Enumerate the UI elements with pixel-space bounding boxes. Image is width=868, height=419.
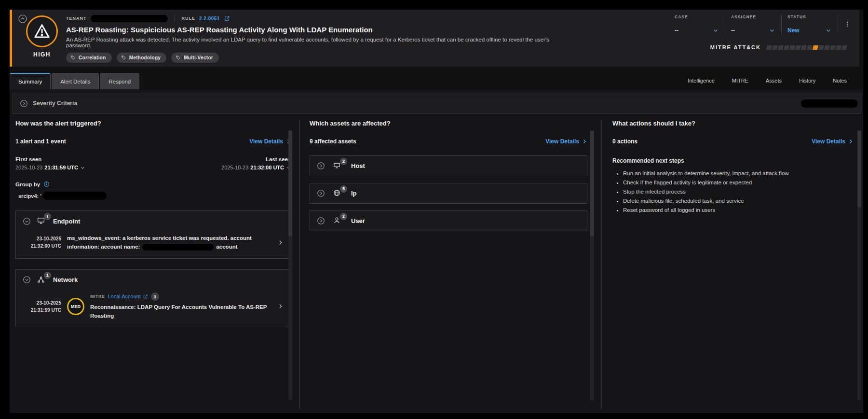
network-alert-name: Reconnaissance: LDAP Query For Accounts … — [90, 303, 271, 321]
triggered-column: How was the alert triggered? 1 alert and… — [15, 120, 291, 409]
mitre-attack-bar — [767, 45, 847, 50]
assignee-dropdown[interactable]: ASSIGNEE -- — [726, 14, 780, 35]
tag-label: Methodology — [129, 55, 161, 60]
first-seen-label: First seen — [15, 156, 85, 162]
tag-label: Multi-Vector — [184, 55, 213, 60]
actions-view-details-link[interactable]: View Details — [812, 138, 854, 145]
asset-row-ip[interactable]: 5 Ip — [310, 183, 587, 204]
external-link-icon — [143, 294, 148, 299]
step-item: Delete malicious file, scheduled task, a… — [623, 196, 854, 206]
severity-criteria-expander[interactable]: Severity Criteria — [13, 93, 861, 114]
first-seen-time: 21:31:59 UTC — [44, 165, 78, 170]
mitre-count-badge[interactable]: 3 — [151, 293, 159, 301]
rule-label: RULE — [182, 16, 196, 21]
tag-label: Correlation — [79, 55, 106, 60]
triggered-view-details-link[interactable]: View Details — [249, 138, 291, 145]
column-divider — [601, 120, 602, 409]
chevron-right-icon[interactable] — [276, 303, 284, 309]
tag-row: Correlation Methodology Multi-Vector — [66, 53, 572, 63]
actions-scrollbar[interactable] — [857, 130, 861, 401]
asset-row-user[interactable]: 2 User — [310, 210, 587, 231]
tab-alert-details[interactable]: Alert Details — [52, 73, 99, 89]
chevron-down-circle-icon[interactable] — [23, 217, 31, 225]
chevron-right-circle-icon[interactable] — [317, 217, 325, 225]
step-item: Run an initial analysis to determine sev… — [623, 169, 854, 178]
event-timestamp: 23-10-2025 21:31:59 UTC — [23, 299, 61, 314]
tab-intelligence[interactable]: Intelligence — [688, 78, 715, 84]
step-item: Stop the infected process — [623, 187, 854, 196]
group-by-key: srcipv4: ' — [18, 193, 41, 199]
severity-indicator: HIGH — [24, 15, 60, 58]
tab-history[interactable]: History — [799, 78, 815, 84]
divider — [175, 15, 175, 22]
page: HIGH TENANT RULE 2.2.0051 AS-REP Roastin… — [0, 0, 868, 419]
tag-correlation[interactable]: Correlation — [66, 53, 112, 63]
first-seen: First seen 2025-10-23 21:31:59 UTC — [15, 156, 85, 170]
event-message-text: account — [216, 244, 237, 250]
endpoint-event-row[interactable]: 23-10-2025 21:32:00 UTC ms_windows_event… — [23, 234, 284, 251]
chevron-down-icon — [80, 165, 85, 170]
triggered-scrollbar[interactable] — [288, 130, 292, 401]
view-details-label: View Details — [812, 138, 845, 145]
info-icon[interactable] — [43, 181, 50, 187]
last-seen-date: 2025-10-23 — [221, 165, 248, 170]
tag-methodology[interactable]: Methodology — [117, 53, 167, 63]
external-link-icon[interactable] — [224, 15, 230, 22]
assets-title: Which assets are affected? — [310, 120, 587, 127]
event-date: 23-10-2025 — [23, 299, 61, 307]
tab-assets[interactable]: Assets — [766, 78, 782, 84]
mitre-technique-link[interactable]: Local Account — [108, 293, 149, 299]
tab-respond[interactable]: Respond — [100, 73, 139, 89]
assignee-label: ASSIGNEE — [731, 14, 775, 19]
account-name-redacted — [142, 244, 214, 251]
recommended-steps-list: Run an initial analysis to determine sev… — [612, 169, 854, 215]
last-seen: Last seen 2025-10-23 21:32:00 UTC — [221, 156, 291, 170]
status-dropdown[interactable]: STATUS New — [783, 14, 837, 35]
first-seen-date: 2025-10-23 — [15, 165, 42, 170]
mitre-attack-label: MITRE ATT&CK — [710, 44, 761, 50]
side-tabs: Intelligence MITRE Assets History Notes — [688, 72, 847, 89]
view-details-label: View Details — [249, 138, 283, 145]
network-event-row[interactable]: 23-10-2025 21:31:59 UTC MED MITRE Local … — [23, 293, 284, 321]
last-seen-value[interactable]: 2025-10-23 21:32:00 UTC — [221, 165, 291, 170]
kebab-menu-icon[interactable] — [839, 14, 854, 35]
event-time: 21:32:00 UTC — [23, 242, 61, 250]
divider — [781, 14, 782, 34]
group-by-value-redacted — [43, 192, 107, 200]
chevron-down-circle-icon[interactable] — [23, 276, 31, 284]
case-dropdown[interactable]: CASE -- — [670, 14, 724, 35]
tab-summary[interactable]: Summary — [10, 73, 51, 89]
assets-scrollbar[interactable] — [590, 130, 594, 401]
endpoint-card: 1 Endpoint 23-10-2025 21:32:00 UTC ms_wi… — [15, 210, 291, 259]
tag-icon — [121, 55, 126, 60]
step-item: Reset password of all logged in users — [623, 206, 854, 215]
case-value: -- — [675, 27, 678, 34]
assignee-value: -- — [731, 27, 735, 34]
recommended-steps-title: Recommended next steps — [612, 157, 854, 164]
chevron-right-circle-icon[interactable] — [317, 162, 325, 170]
alert-title: AS-REP Roasting: Suspicicious AS-REP Roa… — [66, 26, 572, 34]
severity-criteria-label: Severity Criteria — [33, 100, 77, 107]
tab-notes[interactable]: Notes — [833, 78, 847, 84]
divider — [838, 14, 838, 34]
tenant-label: TENANT — [66, 16, 87, 21]
asset-row-host[interactable]: 2 Host — [310, 155, 587, 176]
mitre-technique-label: Local Account — [108, 293, 141, 299]
actions-title: What actions should I take? — [612, 120, 854, 127]
assets-view-details-link[interactable]: View Details — [545, 138, 587, 145]
chevron-right-circle-icon[interactable] — [317, 189, 325, 197]
chevron-right-icon — [848, 139, 854, 144]
tag-multi-vector[interactable]: Multi-Vector — [171, 53, 219, 63]
severity-label: HIGH — [24, 51, 60, 58]
severity-criteria-redacted — [801, 99, 858, 108]
mitre-attack-row: MITRE ATT&CK — [710, 44, 847, 50]
med-severity-badge: MED — [67, 298, 84, 315]
rule-id-link[interactable]: 2.2.0051 — [199, 16, 220, 21]
tab-mitre[interactable]: MITRE — [732, 78, 748, 84]
host-count-badge: 2 — [340, 158, 347, 165]
triggered-title: How was the alert triggered? — [15, 120, 291, 127]
chevron-right-icon[interactable] — [276, 239, 284, 246]
alert-header: HIGH TENANT RULE 2.2.0051 AS-REP Roastin… — [10, 10, 859, 67]
first-seen-value[interactable]: 2025-10-23 21:31:59 UTC — [15, 165, 85, 170]
group-by-label: Group by — [15, 182, 40, 187]
